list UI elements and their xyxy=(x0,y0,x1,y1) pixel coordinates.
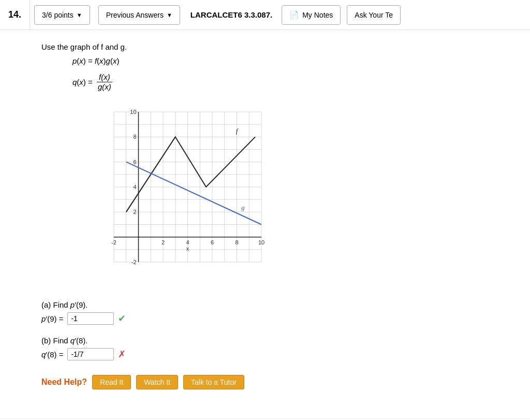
part-b-label: (b) Find q′(8). xyxy=(41,336,514,345)
graph-container xyxy=(93,104,269,282)
question-number-text: 14. xyxy=(8,9,21,20)
part-b-section: (b) Find q′(8). q′(8) = ✗ xyxy=(41,336,514,360)
read-it-label: Read It xyxy=(100,378,123,386)
my-notes-button[interactable]: 📄 My Notes xyxy=(282,5,341,25)
ask-tutor-button[interactable]: Ask Your Te xyxy=(347,5,401,25)
chevron-down-icon: ▼ xyxy=(77,12,82,18)
q-definition: q(x) = f(x) g(x) xyxy=(72,73,514,92)
part-a-section: (a) Find p′(9). p′(9) = ✔ xyxy=(41,300,514,325)
top-bar: 14. 3/6 points ▼ Previous Answers ▼ LARC… xyxy=(0,0,530,30)
watch-it-button[interactable]: Watch It xyxy=(136,375,178,389)
watch-it-label: Watch It xyxy=(144,378,170,386)
problem-instruction: Use the graph of f and g. xyxy=(41,42,514,51)
part-a-prefix: p′(9) = xyxy=(41,314,63,323)
previous-answers-label: Previous Answers xyxy=(106,11,164,19)
part-a-answer-row: p′(9) = ✔ xyxy=(41,312,514,325)
problem-id: LARCALCET6 3.3.087. xyxy=(190,10,272,19)
chevron-down-icon: ▼ xyxy=(167,12,172,18)
graph-canvas xyxy=(93,104,269,280)
previous-answers-button[interactable]: Previous Answers ▼ xyxy=(98,5,180,25)
part-b-input[interactable] xyxy=(67,348,114,360)
points-label: 3/6 points xyxy=(42,11,73,19)
notes-icon: 📄 xyxy=(289,10,299,20)
part-a-input[interactable] xyxy=(67,312,114,325)
part-a-label: (a) Find p′(9). xyxy=(41,300,514,309)
ask-tutor-label: Ask Your Te xyxy=(355,11,393,19)
points-button[interactable]: 3/6 points ▼ xyxy=(34,5,90,25)
x-icon: ✗ xyxy=(118,349,126,360)
part-b-prefix: q′(8) = xyxy=(41,350,63,359)
part-b-answer-row: q′(8) = ✗ xyxy=(41,348,514,360)
talk-to-tutor-button[interactable]: Talk to a Tutor xyxy=(183,375,244,389)
check-icon: ✔ xyxy=(118,313,126,324)
need-help-label: Need Help? xyxy=(41,378,87,387)
question-number: 14. xyxy=(0,0,30,30)
my-notes-label: My Notes xyxy=(302,11,333,19)
q-fraction: f(x) g(x) xyxy=(96,73,113,92)
need-help-section: Need Help? Read It Watch It Talk to a Tu… xyxy=(41,375,514,389)
p-definition: p(x) = f(x)g(x) xyxy=(72,56,514,65)
talk-to-tutor-label: Talk to a Tutor xyxy=(191,378,237,386)
main-content: Use the graph of f and g. p(x) = f(x)g(x… xyxy=(0,30,530,418)
read-it-button[interactable]: Read It xyxy=(92,375,131,389)
